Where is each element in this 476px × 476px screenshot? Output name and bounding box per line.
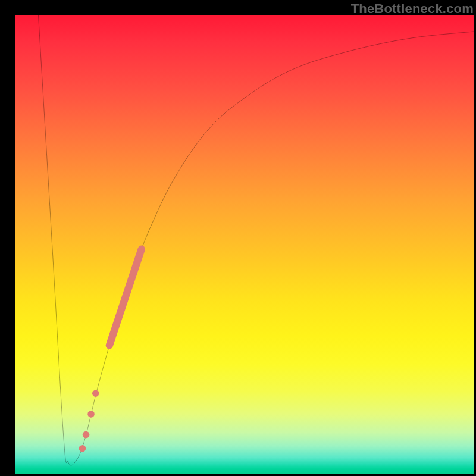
watermark-text: TheBottleneck.com (351, 1, 474, 17)
bottleneck-curve (39, 15, 474, 465)
plot-area (15, 15, 474, 474)
scatter-point (83, 431, 90, 439)
scatter-point (79, 445, 86, 452)
scatter-point (92, 390, 99, 397)
scatter-point (87, 411, 95, 418)
chart-frame: TheBottleneck.com (0, 0, 476, 476)
scatter-dots (79, 390, 99, 452)
scatter-segment (109, 249, 142, 346)
chart-svg (15, 15, 474, 474)
